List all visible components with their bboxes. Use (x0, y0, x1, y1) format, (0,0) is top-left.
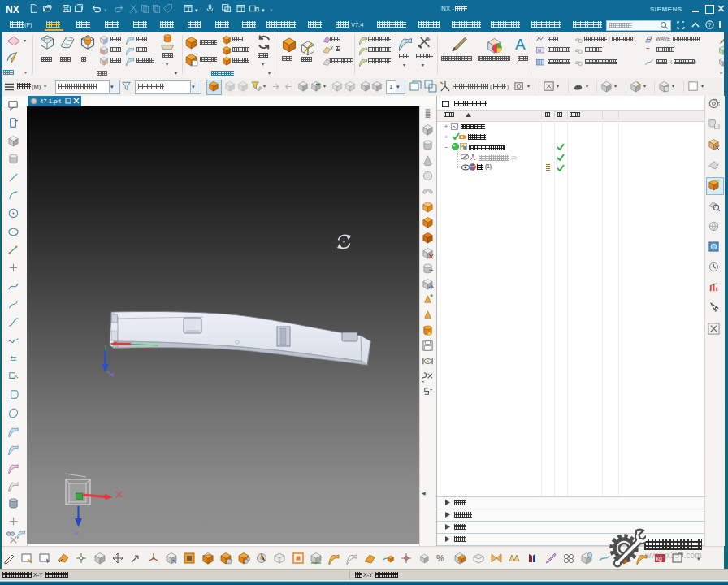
svg-text:N: N (538, 48, 541, 53)
svg-text:?: ? (708, 22, 711, 28)
svg-text:%: % (436, 553, 444, 563)
